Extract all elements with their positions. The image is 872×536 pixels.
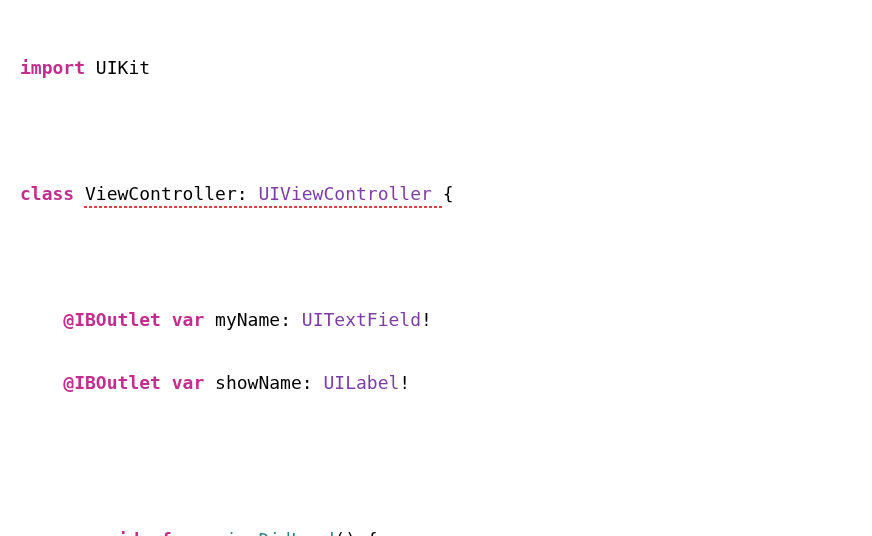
code-line-1: import UIKit <box>20 52 852 84</box>
open-brace: { <box>432 183 454 204</box>
keyword-import: import <box>20 57 85 78</box>
bang: ! <box>399 372 410 393</box>
attribute-iboutlet: @IBOutlet <box>63 309 161 330</box>
identifier-uikit: UIKit <box>85 57 150 78</box>
keyword-var: var <box>172 309 205 330</box>
code-editor[interactable]: import UIKit class ViewController: UIVie… <box>20 20 852 536</box>
space <box>161 309 172 330</box>
property-showname: showName <box>204 372 302 393</box>
class-name: ViewController <box>74 183 237 204</box>
indent <box>20 529 63 536</box>
type-uiviewcontroller: UIViewController <box>258 183 431 204</box>
keyword-class: class <box>20 183 74 204</box>
type-uilabel: UILabel <box>324 372 400 393</box>
method-viewdidload: viewDidLoad <box>204 529 334 536</box>
keyword-func: func <box>161 529 204 536</box>
indent <box>20 372 63 393</box>
code-line-7 <box>20 461 852 493</box>
code-line-4 <box>20 241 852 273</box>
code-line-2 <box>20 115 852 147</box>
space <box>150 529 161 536</box>
code-line-3: class ViewController: UIViewController { <box>20 178 852 210</box>
code-line-5: @IBOutlet var myName: UITextField! <box>20 304 852 336</box>
colon: : <box>302 372 324 393</box>
parens-brace: () { <box>334 529 377 536</box>
keyword-override: override <box>63 529 150 536</box>
colon: : <box>237 183 259 204</box>
type-uitextfield: UITextField <box>302 309 421 330</box>
bang: ! <box>421 309 432 330</box>
property-myname: myName <box>204 309 280 330</box>
code-line-6: @IBOutlet var showName: UILabel! <box>20 367 852 399</box>
colon: : <box>280 309 302 330</box>
keyword-var: var <box>172 372 205 393</box>
code-line-8: override func viewDidLoad() { <box>20 524 852 536</box>
error-underline <box>84 206 442 208</box>
attribute-iboutlet: @IBOutlet <box>63 372 161 393</box>
space <box>161 372 172 393</box>
indent <box>20 309 63 330</box>
